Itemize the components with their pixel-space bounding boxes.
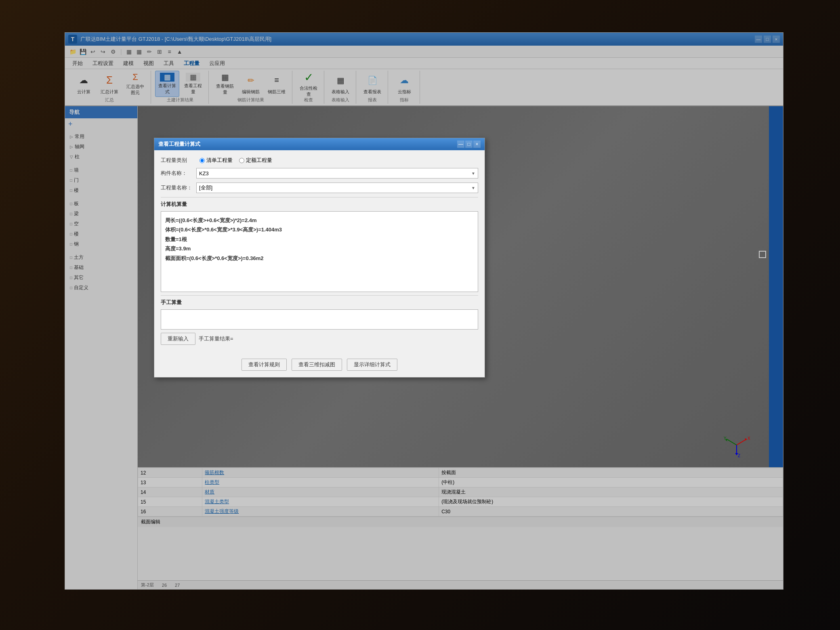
modal-maximize-button[interactable]: □ <box>465 141 472 148</box>
radio-bill-label: 清单工程量 <box>206 157 233 164</box>
view-rules-button[interactable]: 查看计算规则 <box>242 359 287 371</box>
divider1 <box>161 197 478 197</box>
quantity-name-select[interactable]: [全部] ▼ <box>196 183 478 193</box>
radio-item-bill[interactable]: 清单工程量 <box>200 157 233 164</box>
manual-buttons-row: 重新输入 手工算量结果= <box>161 333 478 345</box>
radio-bill[interactable] <box>200 158 205 163</box>
radio-item-quota[interactable]: 定额工程量 <box>239 157 272 164</box>
manual-input-area[interactable] <box>161 309 478 330</box>
formula-line-3: 高度=3.9m <box>165 244 474 253</box>
quantity-type-label: 工程量类别 <box>161 157 193 164</box>
component-name-row: 构件名称： KZ3 ▼ <box>161 168 478 178</box>
component-value: KZ3 <box>199 170 209 176</box>
quantity-name-row: 工程量名称： [全部] ▼ <box>161 183 478 193</box>
show-detail-button[interactable]: 显示详细计算式 <box>347 359 397 371</box>
formula-area: 周长=((0.6<长度>+0.6<宽度>)*2)=2.4m 体积=(0.6<长度… <box>161 211 478 292</box>
reinput-button[interactable]: 重新输入 <box>161 333 195 345</box>
modal-minimize-button[interactable]: — <box>457 141 464 148</box>
component-label: 构件名称： <box>161 170 193 177</box>
calc-section-title: 计算机算量 <box>161 201 478 208</box>
component-dropdown-arrow: ▼ <box>471 171 475 176</box>
app-window: T 广联达BIM土建计量平台 GTJ2018 - [C:\Users\甄大顺\D… <box>65 32 783 590</box>
formula-line-1: 体积=(0.6<长度>*0.6<宽度>*3.9<高度>)=1.404m3 <box>165 225 474 234</box>
modal-body: 工程量类别 清单工程量 定额工程量 <box>154 150 485 355</box>
formula-line-4: 截面面积=(0.6<长度>*0.6<宽度>)=0.36m2 <box>165 254 474 263</box>
formula-line-0: 周长=((0.6<长度>+0.6<宽度>)*2)=2.4m <box>165 216 474 225</box>
modal-titlebar: 查看工程量计算式 — □ × <box>154 138 485 150</box>
modal-close-button[interactable]: × <box>473 141 481 148</box>
quantity-type-row: 工程量类别 清单工程量 定额工程量 <box>161 157 478 164</box>
modal-title: 查看工程量计算式 <box>158 141 457 148</box>
divider2 <box>161 295 478 296</box>
manual-result-label: 手工算量结果= <box>199 335 233 342</box>
radio-group: 清单工程量 定额工程量 <box>200 157 272 164</box>
modal-dialog: 查看工程量计算式 — □ × 工程量类别 清单工程量 <box>154 138 485 378</box>
manual-section-title: 手工算量 <box>161 299 478 306</box>
modal-overlay: 查看工程量计算式 — □ × 工程量类别 清单工程量 <box>65 33 783 589</box>
radio-quota[interactable] <box>239 158 244 163</box>
component-select[interactable]: KZ3 ▼ <box>196 168 478 178</box>
modal-footer: 查看计算规则 查看三维扣减图 显示详细计算式 <box>154 355 485 377</box>
quantity-name-label: 工程量名称： <box>161 184 193 191</box>
quantity-dropdown-arrow: ▼ <box>471 186 475 190</box>
formula-line-2: 数量=1根 <box>165 235 474 244</box>
quantity-name-value: [全部] <box>199 184 212 191</box>
view-3d-button[interactable]: 查看三维扣减图 <box>292 359 342 371</box>
radio-quota-label: 定额工程量 <box>246 157 272 164</box>
